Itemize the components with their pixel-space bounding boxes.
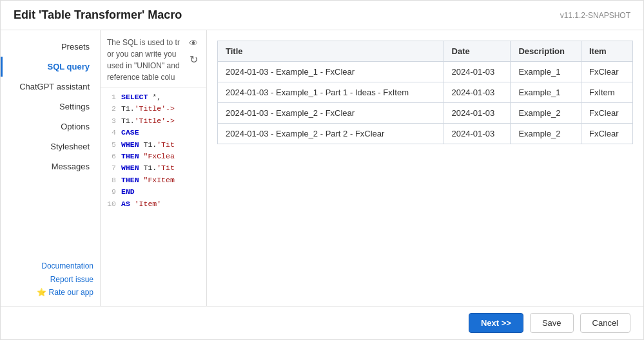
- sidebar-item-settings[interactable]: Settings: [1, 97, 100, 117]
- code-editor[interactable]: 1 SELECT *, 2 T1.'Title'-> 3 T1.'Title'-…: [101, 88, 206, 306]
- code-line: 10 AS 'Item': [101, 198, 206, 210]
- sidebar-item-chatgpt[interactable]: ChatGPT assistant: [1, 77, 100, 97]
- cell-title: 2024-01-03 - Example_1 - FxClear: [218, 62, 444, 82]
- version-label: v11.1.2-SNAPSHOT: [560, 11, 630, 20]
- save-button[interactable]: Save: [530, 313, 574, 333]
- cell-item: FxClear: [581, 103, 632, 124]
- code-line: 6 THEN "FxClea: [101, 151, 206, 162]
- middle-description: The SQL is used to tr or you can write y…: [107, 37, 183, 83]
- col-item: Item: [581, 41, 632, 62]
- code-line: 1 SELECT *,: [101, 91, 206, 103]
- col-title: Title: [218, 41, 444, 62]
- middle-panel: The SQL is used to tr or you can write y…: [101, 30, 207, 306]
- table-header-row: Title Date Description Item: [218, 41, 633, 62]
- code-line: 4 CASE: [101, 127, 206, 138]
- table-row: 2024-01-03 - Example_2 - FxClear2024-01-…: [218, 103, 633, 124]
- next-button[interactable]: Next >>: [469, 313, 523, 333]
- cell-item: FxClear: [581, 124, 632, 144]
- code-line: 7 WHEN T1.'Tit: [101, 162, 206, 174]
- cell-description: Example_1: [511, 62, 581, 82]
- cell-description: Example_2: [511, 124, 581, 144]
- sidebar-item-sql-query[interactable]: SQL query: [1, 57, 100, 77]
- sidebar-item-presets[interactable]: Presets: [1, 37, 100, 57]
- col-description: Description: [511, 41, 581, 62]
- cell-title: 2024-01-03 - Example_2 - FxClear: [218, 103, 444, 124]
- sidebar: Presets SQL query ChatGPT assistant Sett…: [1, 30, 101, 306]
- footer: Next >> Save Cancel: [1, 306, 643, 339]
- cell-item: FxClear: [581, 62, 632, 82]
- cell-title: 2024-01-03 - Example_1 - Part 1 - Ideas …: [218, 82, 444, 103]
- code-line: 5 WHEN T1.'Tit: [101, 139, 206, 151]
- cell-title: 2024-01-03 - Example_2 - Part 2 - FxClea…: [218, 124, 444, 144]
- code-line: 3 T1.'Title'->: [101, 115, 206, 127]
- sidebar-item-messages[interactable]: Messages: [1, 156, 100, 176]
- cell-description: Example_1: [511, 82, 581, 103]
- code-line: 2 T1.'Title'->: [101, 103, 206, 115]
- app-container: Edit 'Table Transformer' Macro v11.1.2-S…: [0, 0, 644, 340]
- middle-top: The SQL is used to tr or you can write y…: [101, 30, 206, 88]
- eye-icon[interactable]: 👁: [187, 37, 200, 50]
- cell-item: FxItem: [581, 82, 632, 103]
- refresh-icon[interactable]: ↻: [187, 53, 200, 66]
- sidebar-item-stylesheet[interactable]: Stylesheet: [1, 137, 100, 156]
- table-row: 2024-01-03 - Example_2 - Part 2 - FxClea…: [218, 124, 633, 144]
- report-issue-link[interactable]: Report issue: [7, 273, 93, 287]
- data-table: Title Date Description Item 2024-01-03 -…: [217, 41, 633, 144]
- rate-app-link[interactable]: ⭐ Rate our app: [37, 288, 93, 297]
- sidebar-footer: Documentation Report issue ⭐ Rate our ap…: [1, 253, 100, 306]
- cell-date: 2024-01-03: [444, 82, 511, 103]
- header: Edit 'Table Transformer' Macro v11.1.2-S…: [1, 1, 643, 30]
- sidebar-item-options[interactable]: Options: [1, 117, 100, 137]
- middle-icons: 👁 ↻: [187, 37, 200, 66]
- body: Presets SQL query ChatGPT assistant Sett…: [1, 30, 643, 306]
- right-panel: Title Date Description Item 2024-01-03 -…: [207, 30, 643, 306]
- cell-date: 2024-01-03: [444, 124, 511, 144]
- table-row: 2024-01-03 - Example_1 - FxClear2024-01-…: [218, 62, 633, 82]
- code-line: 8 THEN "FxItem: [101, 175, 206, 186]
- cell-description: Example_2: [511, 103, 581, 124]
- cell-date: 2024-01-03: [444, 103, 511, 124]
- table-row: 2024-01-03 - Example_1 - Part 1 - Ideas …: [218, 82, 633, 103]
- cancel-button[interactable]: Cancel: [580, 313, 630, 333]
- code-line: 9 END: [101, 186, 206, 198]
- page-title: Edit 'Table Transformer' Macro: [14, 8, 182, 22]
- cell-date: 2024-01-03: [444, 62, 511, 82]
- documentation-link[interactable]: Documentation: [7, 260, 93, 274]
- col-date: Date: [444, 41, 511, 62]
